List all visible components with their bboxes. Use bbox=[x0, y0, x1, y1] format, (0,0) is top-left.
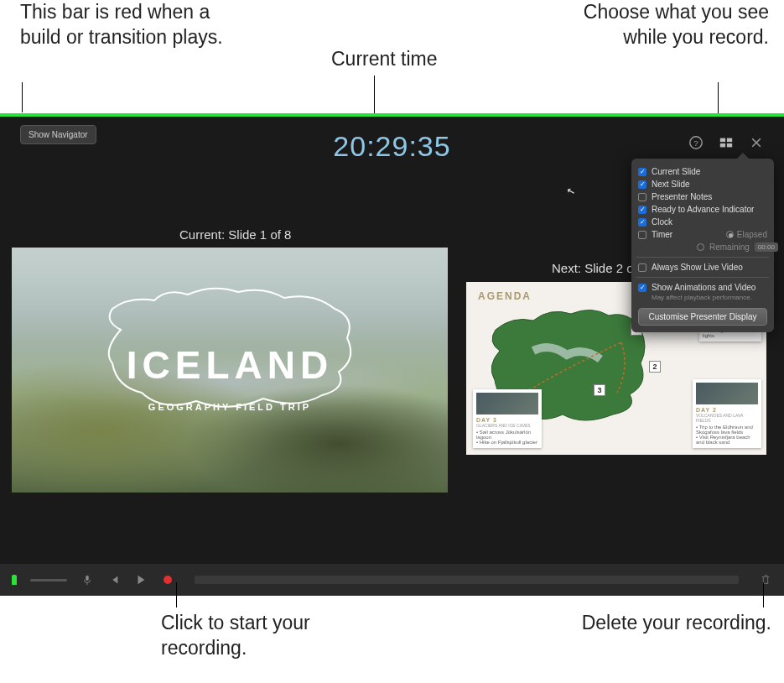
animations-note: May affect playback performance. bbox=[638, 294, 767, 301]
callout-line bbox=[22, 82, 23, 112]
option-ready-indicator[interactable]: Ready to Advance Indicator bbox=[638, 203, 767, 216]
slide-title: ICELAND bbox=[127, 342, 333, 388]
svg-rect-2 bbox=[720, 138, 725, 143]
input-level-meter bbox=[30, 579, 67, 581]
option-next-slide[interactable]: Next Slide bbox=[638, 178, 767, 190]
checkbox-icon[interactable] bbox=[638, 263, 646, 272]
checkbox-icon[interactable] bbox=[638, 180, 646, 189]
recording-timeline[interactable] bbox=[195, 576, 739, 584]
checkbox-icon[interactable] bbox=[638, 231, 646, 239]
option-timer[interactable]: Timer Elapsed bbox=[638, 228, 767, 241]
remaining-time-field[interactable]: 00:00 bbox=[755, 242, 778, 252]
show-navigator-button[interactable]: Show Navigator bbox=[20, 125, 96, 144]
callout-delete-recording: Delete your recording. bbox=[553, 611, 771, 636]
mouse-cursor: ↖ bbox=[565, 185, 576, 198]
divider bbox=[636, 277, 769, 278]
slide-subtitle: GEOGRAPHY FIELD TRIP bbox=[148, 402, 311, 412]
record-dot-icon bbox=[164, 576, 172, 584]
checkbox-icon[interactable] bbox=[638, 168, 646, 176]
callout-layout-menu: Choose what you see while you record. bbox=[559, 0, 769, 50]
divider bbox=[636, 257, 769, 258]
option-live-video[interactable]: Always Show Live Video bbox=[638, 261, 767, 274]
record-button[interactable] bbox=[161, 573, 174, 587]
current-slide-preview: ICELAND GEOGRAPHY FIELD TRIP bbox=[12, 248, 448, 493]
checkbox-icon[interactable] bbox=[638, 206, 646, 214]
option-current-slide[interactable]: Current Slide bbox=[638, 165, 767, 178]
trash-icon[interactable] bbox=[759, 573, 772, 587]
checkbox-icon[interactable] bbox=[638, 218, 646, 227]
option-timer-remaining[interactable]: Remaining 00:00 bbox=[638, 241, 767, 253]
svg-rect-5 bbox=[727, 143, 732, 148]
current-slide-label: Current: Slide 1 of 8 bbox=[179, 227, 291, 242]
rewind-icon[interactable] bbox=[107, 573, 121, 587]
presenter-recording-window: Show Navigator 20:29:35 ? ↖ Current: Sli… bbox=[0, 113, 784, 596]
day-card: DAY 3 GLACIERS AND ICE CAVES • Sail acro… bbox=[473, 389, 542, 448]
option-presenter-notes[interactable]: Presenter Notes bbox=[638, 190, 767, 203]
option-show-animations[interactable]: Show Animations and Video bbox=[638, 281, 767, 294]
option-clock[interactable]: Clock bbox=[638, 216, 767, 228]
svg-rect-6 bbox=[86, 576, 89, 581]
help-icon[interactable]: ? bbox=[688, 135, 704, 150]
svg-rect-4 bbox=[720, 143, 725, 148]
svg-text:?: ? bbox=[693, 138, 698, 148]
close-icon[interactable] bbox=[749, 135, 764, 150]
day-card: DAY 2 VOLCANOES AND LAVA FIELDS • Trip t… bbox=[693, 379, 761, 448]
callout-line bbox=[763, 582, 764, 607]
callout-current-time: Current time bbox=[331, 47, 438, 72]
map-marker: 3 bbox=[594, 384, 605, 396]
input-level-icon bbox=[12, 575, 17, 585]
checkbox-icon[interactable] bbox=[638, 193, 646, 201]
clock-display: 20:29:35 bbox=[333, 130, 450, 163]
callout-record-button: Click to start your recording. bbox=[161, 611, 329, 661]
radio-icon[interactable] bbox=[697, 243, 704, 251]
recording-toolbar bbox=[0, 564, 784, 596]
map-marker: 2 bbox=[649, 361, 661, 373]
presenter-display-popover: Current Slide Next Slide Presenter Notes… bbox=[631, 159, 774, 332]
build-transition-status-bar bbox=[0, 113, 784, 117]
svg-rect-3 bbox=[727, 138, 732, 143]
checkbox-icon[interactable] bbox=[638, 284, 646, 292]
microphone-icon[interactable] bbox=[80, 573, 94, 587]
layout-options-icon[interactable] bbox=[719, 135, 734, 150]
callout-status-bar: This bar is red when a build or transiti… bbox=[20, 0, 238, 50]
customise-display-button[interactable]: Customise Presenter Display bbox=[638, 308, 767, 326]
callout-line bbox=[176, 582, 177, 607]
play-icon[interactable] bbox=[134, 573, 148, 587]
radio-icon[interactable] bbox=[726, 231, 734, 238]
